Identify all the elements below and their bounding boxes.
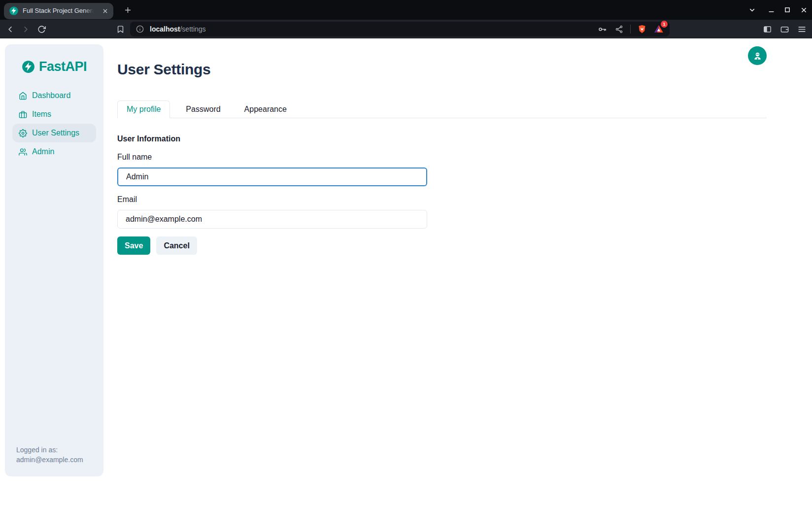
brave-rewards-button[interactable]: 1 [653,23,665,35]
tab-strip: Full Stack Project Genera [0,0,812,20]
brave-shield-icon[interactable] [636,23,648,35]
briefcase-icon [19,110,27,119]
url-text: localhost/settings [150,25,206,33]
astronaut-icon [752,51,763,61]
sidebar-item-items[interactable]: Items [12,105,96,124]
logo-text: FastAPI [39,59,87,74]
share-icon[interactable] [613,23,625,35]
logged-in-as-label: Logged in as: [16,445,98,455]
browser-toolbar: localhost/settings [0,20,812,38]
fastapi-favicon-icon [9,6,19,16]
full-name-label: Full name [117,153,767,162]
profile-panel: User Information Full name Email Save Ca… [117,135,767,255]
sidebar: FastAPI Dashboard Items User Settings [5,44,103,476]
tab-search-chevron-icon[interactable] [745,3,758,16]
sidebar-nav: Dashboard Items User Settings Admin [5,86,103,161]
sidebar-toggle-icon[interactable] [761,23,774,35]
sidebar-item-label: Items [32,110,51,119]
url-path: /settings [180,25,205,33]
back-button[interactable] [3,22,17,36]
save-button[interactable]: Save [117,236,150,255]
forward-button[interactable] [19,22,33,36]
home-icon [19,92,27,100]
toolbar-right [761,23,808,35]
tab-close-icon[interactable] [101,6,109,15]
sidebar-item-label: Admin [32,147,54,156]
sidebar-footer: Logged in as: admin@example.com [5,445,103,476]
url-host: localhost [150,25,180,33]
sidebar-item-label: User Settings [32,129,79,137]
main-content: User Settings My profile Password Appear… [103,38,812,505]
close-window-button[interactable] [797,3,810,16]
browser-tab[interactable]: Full Stack Project Genera [4,3,113,19]
wallet-icon[interactable] [778,23,791,35]
user-avatar-button[interactable] [748,46,767,65]
fastapi-logo: FastAPI [22,59,87,74]
sidebar-item-user-settings[interactable]: User Settings [12,124,96,142]
users-icon [19,148,27,156]
tab-password[interactable]: Password [178,101,228,118]
email-input[interactable] [117,210,427,229]
full-name-input[interactable] [117,168,427,186]
page-content: FastAPI Dashboard Items User Settings [0,38,812,505]
browser-window: Full Stack Project Genera [0,0,812,505]
site-info-icon[interactable] [136,25,144,33]
page-title: User Settings [117,61,767,78]
window-controls [745,3,812,16]
email-label: Email [117,195,767,204]
reload-button[interactable] [34,22,48,36]
rewards-badge: 1 [661,21,668,28]
key-icon[interactable] [596,23,608,35]
sidebar-item-dashboard[interactable]: Dashboard [12,86,96,105]
gear-icon [19,129,27,137]
cancel-button[interactable]: Cancel [156,236,197,255]
form-actions: Save Cancel [117,236,767,255]
sidebar-item-label: Dashboard [32,91,70,100]
logged-in-email: admin@example.com [16,455,98,465]
maximize-button[interactable] [781,3,794,16]
lightning-icon [22,60,35,73]
address-bar[interactable]: localhost/settings [130,22,670,36]
bookmark-icon[interactable] [113,22,127,36]
menu-icon[interactable] [795,23,808,35]
sidebar-item-admin[interactable]: Admin [12,142,96,161]
toolbar-divider [630,25,631,34]
new-tab-button[interactable] [121,3,134,16]
minimize-button[interactable] [765,3,778,16]
tab-title-fade [84,7,97,15]
tab-my-profile[interactable]: My profile [117,101,170,118]
tab-appearance[interactable]: Appearance [237,101,295,118]
section-title: User Information [117,135,767,143]
settings-tabs: My profile Password Appearance [117,101,767,118]
